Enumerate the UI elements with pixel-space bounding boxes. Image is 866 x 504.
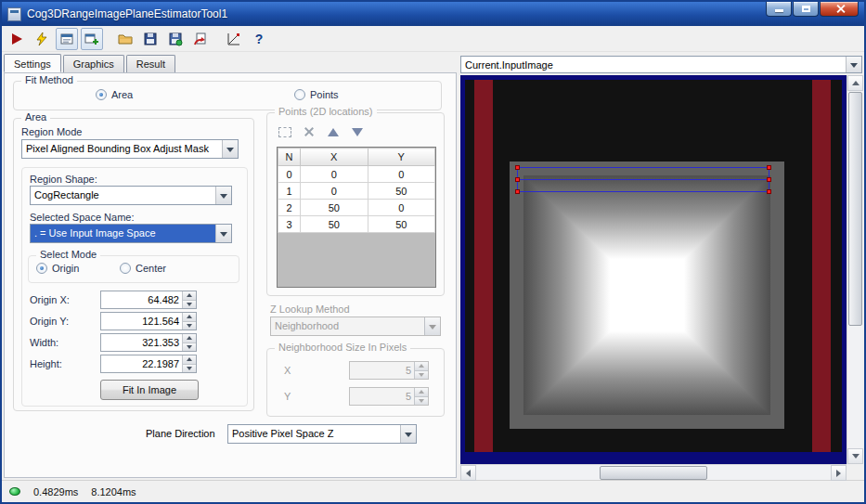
spin-down-icon[interactable]	[183, 301, 196, 309]
plane-direction-combobox[interactable]: Positive Pixel Space Z	[227, 424, 417, 444]
cell-n[interactable]: 0	[278, 166, 301, 183]
spin-down-icon[interactable]	[415, 397, 428, 406]
spin-up-icon[interactable]	[183, 355, 196, 365]
cell-x[interactable]: 0	[301, 183, 368, 200]
spin-down-icon[interactable]	[415, 371, 428, 380]
scroll-down-button[interactable]	[847, 448, 863, 464]
neighborhood-y-value[interactable]: 5	[350, 388, 414, 405]
chevron-down-icon[interactable]	[215, 225, 231, 242]
select-mode-origin-radio[interactable]: Origin	[36, 263, 79, 274]
resize-handle[interactable]	[515, 165, 520, 170]
tab-settings[interactable]: Settings	[4, 54, 61, 72]
revert-button[interactable]	[189, 28, 212, 50]
save-button[interactable]	[139, 28, 162, 50]
resize-handle[interactable]	[767, 189, 771, 194]
run-button[interactable]	[6, 28, 28, 50]
scroll-up-button[interactable]	[847, 75, 863, 91]
save-image-button[interactable]	[164, 28, 187, 50]
neighborhood-y-stepper[interactable]: 5	[349, 387, 429, 406]
spin-down-icon[interactable]	[183, 322, 196, 330]
close-icon	[836, 5, 845, 13]
scroll-right-button[interactable]	[831, 465, 847, 481]
resize-handle[interactable]	[767, 165, 771, 170]
move-point-down-button[interactable]	[349, 124, 366, 139]
tab-result[interactable]: Result	[126, 55, 175, 73]
horizontal-scrollbar[interactable]	[460, 464, 847, 480]
table-row[interactable]: 2 50 0	[278, 200, 435, 216]
horizontal-scroll-thumb[interactable]	[600, 466, 707, 480]
fit-method-area-radio[interactable]: Area	[96, 89, 133, 100]
points-table[interactable]: N X Y 0 0 0	[277, 147, 436, 288]
height-stepper[interactable]: 22.1987	[100, 355, 197, 373]
origin-y-value[interactable]: 121.564	[101, 313, 182, 330]
cell-x[interactable]: 0	[301, 166, 368, 183]
cell-n[interactable]: 1	[278, 183, 301, 200]
col-header-y[interactable]: Y	[368, 149, 435, 166]
cell-y[interactable]: 0	[368, 200, 435, 216]
origin-y-stepper[interactable]: 121.564	[100, 312, 197, 330]
cell-y[interactable]: 0	[368, 166, 435, 183]
close-button[interactable]	[820, 2, 859, 17]
cell-n[interactable]: 3	[278, 216, 301, 233]
tool-editor-button[interactable]	[56, 28, 78, 50]
add-point-button[interactable]	[277, 124, 293, 139]
table-row[interactable]: 3 50 50	[278, 216, 435, 233]
width-value[interactable]: 321.353	[101, 334, 182, 351]
cell-y[interactable]: 50	[368, 183, 435, 200]
select-mode-center-radio[interactable]: Center	[120, 263, 166, 274]
region-selection-rect[interactable]	[517, 167, 769, 192]
range-image[interactable]	[465, 80, 842, 452]
open-file-button[interactable]	[114, 28, 136, 50]
titlebar[interactable]: Cog3DRangeImagePlaneEstimatorTool1	[2, 2, 864, 26]
cell-x[interactable]: 50	[301, 216, 368, 233]
image-source-combobox[interactable]: Current.InputImage	[460, 56, 862, 73]
chevron-down-icon[interactable]	[215, 187, 231, 204]
move-point-up-button[interactable]	[325, 124, 342, 139]
selected-space-combobox[interactable]: . = Use Input Image Space	[30, 224, 232, 243]
region-mode-combobox[interactable]: Pixel Aligned Bounding Box Adjust Mask	[21, 139, 239, 159]
neighborhood-x-stepper[interactable]: 5	[349, 361, 429, 380]
minimize-button[interactable]	[766, 2, 792, 17]
new-tool-button[interactable]	[81, 28, 103, 50]
cell-y[interactable]: 50	[368, 216, 435, 233]
vertical-scroll-thumb[interactable]	[848, 92, 862, 326]
width-stepper[interactable]: 321.353	[100, 333, 197, 352]
scroll-left-button[interactable]	[460, 465, 476, 481]
fit-method-points-radio[interactable]: Points	[294, 89, 339, 100]
spin-up-icon[interactable]	[415, 388, 428, 397]
maximize-button[interactable]	[793, 2, 819, 17]
chevron-down-icon[interactable]	[424, 317, 440, 335]
cell-x[interactable]: 50	[301, 200, 368, 216]
vertical-scrollbar[interactable]	[847, 75, 862, 464]
delete-point-button[interactable]	[301, 124, 317, 139]
image-viewport[interactable]	[460, 75, 847, 464]
spin-up-icon[interactable]	[183, 291, 196, 301]
region-shape-combobox[interactable]: CogRectangle	[30, 186, 232, 205]
height-value[interactable]: 22.1987	[101, 355, 182, 372]
table-row[interactable]: 0 0 0	[278, 166, 435, 183]
spin-down-icon[interactable]	[183, 365, 196, 373]
origin-x-stepper[interactable]: 64.482	[100, 291, 197, 309]
cell-n[interactable]: 2	[278, 200, 301, 216]
spin-up-icon[interactable]	[415, 362, 428, 371]
chevron-down-icon[interactable]	[846, 57, 861, 72]
tab-graphics[interactable]: Graphics	[63, 55, 124, 73]
help-button[interactable]: ?	[248, 28, 270, 50]
live-run-button[interactable]	[31, 28, 53, 50]
col-header-x[interactable]: X	[301, 149, 368, 166]
chevron-down-icon[interactable]	[400, 425, 416, 443]
resize-handle[interactable]	[515, 177, 520, 182]
col-header-n[interactable]: N	[278, 149, 301, 166]
fit-in-image-button[interactable]: Fit In Image	[100, 380, 199, 400]
resize-handle[interactable]	[515, 189, 520, 194]
spin-down-icon[interactable]	[183, 343, 196, 352]
chevron-down-icon[interactable]	[222, 140, 238, 158]
neighborhood-x-value[interactable]: 5	[350, 362, 414, 379]
benchmark-button[interactable]	[223, 28, 245, 50]
resize-handle[interactable]	[767, 177, 771, 182]
spin-up-icon[interactable]	[183, 313, 196, 322]
spin-up-icon[interactable]	[183, 334, 196, 343]
table-row[interactable]: 1 0 50	[278, 183, 435, 200]
z-lookup-combobox[interactable]: Neighborhood	[270, 317, 441, 336]
origin-x-value[interactable]: 64.482	[101, 291, 182, 308]
